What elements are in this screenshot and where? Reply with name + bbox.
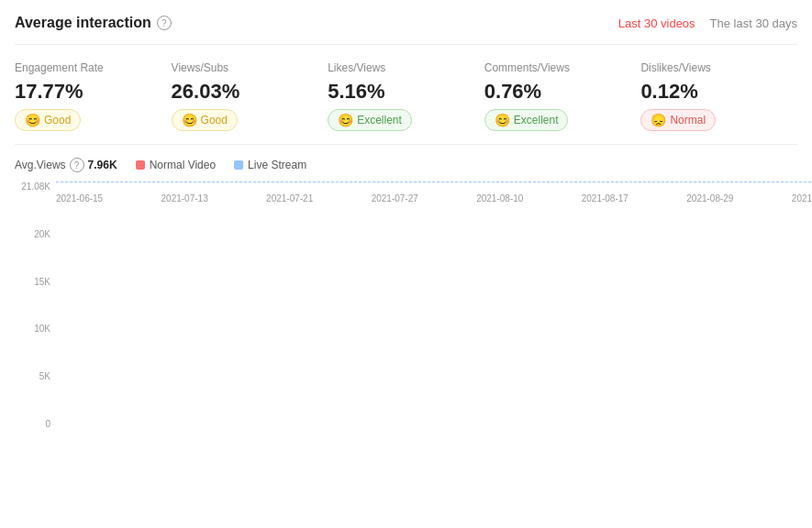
avg-line xyxy=(56,182,812,182)
x-label-6: 2021-08-29 xyxy=(686,193,733,204)
badge-label-2: Excellent xyxy=(357,114,402,126)
avg-value: 7.96K xyxy=(88,159,117,171)
metric-item-4: Dislikes/Views 0.12% 😞 Normal xyxy=(640,61,797,131)
metric-badge-4: 😞 Normal xyxy=(640,109,716,131)
metric-badge-0: 😊 Good xyxy=(15,109,81,131)
x-label-5: 2021-08-17 xyxy=(582,193,628,204)
y-axis: 21.08K 20K 15K 10K 5K 0 xyxy=(15,182,56,429)
metric-label-1: Views/Subs xyxy=(172,61,314,74)
chart-area: 21.08K 20K 15K 10K 5K 0 xyxy=(15,182,797,456)
main-container: Average interaction ? Last 30 videos The… xyxy=(0,0,812,528)
x-label-3: 2021-07-27 xyxy=(372,193,418,204)
metric-label-4: Dislikes/Views xyxy=(640,61,783,74)
badge-label-1: Good xyxy=(201,114,228,126)
avg-label: Avg.Views ? 7.96K xyxy=(15,158,117,172)
badge-smiley-4: 😞 xyxy=(651,113,666,127)
metric-item-0: Engagement Rate 17.77% 😊 Good xyxy=(15,61,172,131)
badge-smiley-3: 😊 xyxy=(495,113,510,127)
badge-label-3: Excellent xyxy=(514,114,559,126)
badge-label-4: Normal xyxy=(670,114,706,126)
x-label-2: 2021-07-21 xyxy=(266,193,313,204)
legend-normal-video: Normal Video xyxy=(136,159,216,171)
x-label-0: 2021-06-15 xyxy=(56,193,103,204)
header-left: Average interaction ? xyxy=(15,15,172,31)
legend-blue-dot xyxy=(234,160,243,170)
badge-smiley-2: 😊 xyxy=(338,113,353,127)
metric-item-2: Likes/Views 5.16% 😊 Excellent xyxy=(328,61,484,131)
avg-help-icon[interactable]: ? xyxy=(70,158,84,172)
filter-last30days[interactable]: The last 30 days xyxy=(710,16,797,30)
metric-value-3: 0.76% xyxy=(484,80,627,104)
metric-value-0: 17.77% xyxy=(15,80,157,104)
y-label-0: 21.08K xyxy=(21,182,50,192)
x-label-7: 2021-09-08 xyxy=(792,193,812,204)
metric-badge-3: 😊 Excellent xyxy=(484,109,569,131)
legend-live-stream: Live Stream xyxy=(234,159,306,171)
badge-label-0: Good xyxy=(44,114,71,126)
metric-value-1: 26.03% xyxy=(172,80,314,104)
metric-badge-1: 😊 Good xyxy=(172,109,238,131)
page-header: Average interaction ? Last 30 videos The… xyxy=(15,15,797,45)
metric-value-2: 5.16% xyxy=(328,80,470,104)
metric-item-3: Comments/Views 0.76% 😊 Excellent xyxy=(484,61,641,131)
page-title: Average interaction xyxy=(15,15,151,31)
y-label-5: 0 xyxy=(45,419,50,429)
metric-value-4: 0.12% xyxy=(640,80,783,104)
metric-badge-2: 😊 Excellent xyxy=(328,109,412,131)
chart-legend: Avg.Views ? 7.96K Normal Video Live Stre… xyxy=(15,158,797,172)
filter-last30videos[interactable]: Last 30 videos xyxy=(618,16,695,30)
x-label-4: 2021-08-10 xyxy=(476,193,523,204)
metric-label-0: Engagement Rate xyxy=(15,61,157,74)
metric-label-2: Likes/Views xyxy=(328,61,470,74)
y-label-4: 5K xyxy=(39,371,50,381)
metric-item-1: Views/Subs 26.03% 😊 Good xyxy=(172,61,328,131)
badge-smiley-1: 😊 xyxy=(182,113,197,127)
metrics-row: Engagement Rate 17.77% 😊 Good Views/Subs… xyxy=(15,45,797,145)
header-right: Last 30 videos The last 30 days xyxy=(618,16,797,30)
legend-red-dot xyxy=(136,160,145,170)
y-label-1: 20K xyxy=(34,229,50,239)
y-label-2: 15K xyxy=(34,277,50,287)
x-label-1: 2021-07-13 xyxy=(161,193,208,204)
legend-live-label: Live Stream xyxy=(248,159,306,171)
avg-views-label: Avg.Views xyxy=(15,159,66,171)
metric-label-3: Comments/Views xyxy=(484,61,627,74)
help-icon[interactable]: ? xyxy=(157,16,172,30)
legend-normal-label: Normal Video xyxy=(150,159,216,171)
badge-smiley-0: 😊 xyxy=(25,113,40,127)
x-axis: 2021-06-15 2021-07-13 2021-07-21 2021-07… xyxy=(56,193,812,204)
y-label-3: 10K xyxy=(34,324,50,334)
chart-section: Avg.Views ? 7.96K Normal Video Live Stre… xyxy=(15,145,797,456)
